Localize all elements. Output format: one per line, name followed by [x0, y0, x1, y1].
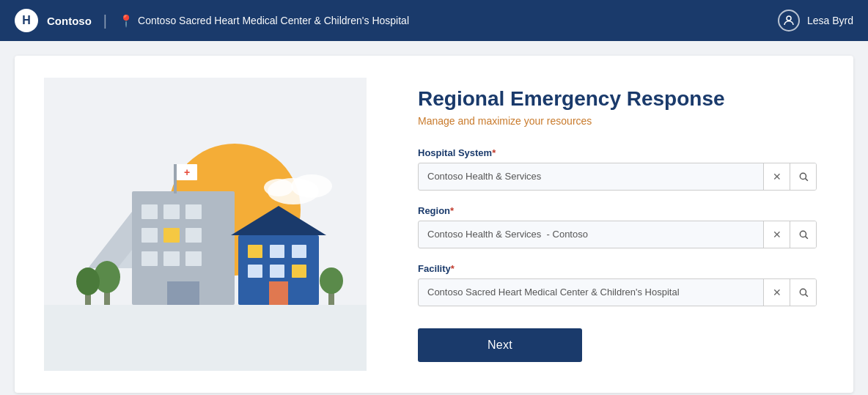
region-input-group: ✕ [418, 221, 817, 248]
facility-label: Facility* [418, 263, 817, 274]
svg-rect-17 [185, 228, 202, 243]
svg-rect-14 [185, 204, 202, 219]
hospital-system-clear-button[interactable]: ✕ [763, 163, 790, 190]
svg-point-44 [800, 289, 806, 295]
region-group: Region* ✕ [418, 205, 817, 248]
region-clear-button[interactable]: ✕ [763, 221, 790, 248]
hospital-system-input[interactable] [419, 164, 763, 188]
svg-rect-18 [141, 251, 158, 266]
svg-point-40 [800, 173, 806, 179]
facility-search-button[interactable] [790, 279, 816, 306]
svg-rect-33 [269, 281, 288, 305]
facility-group: Facility* ✕ [418, 263, 817, 306]
header-right: Lesa Byrd [778, 10, 853, 32]
svg-rect-10 [44, 305, 367, 371]
svg-point-7 [264, 179, 293, 196]
svg-line-43 [805, 236, 807, 238]
svg-rect-27 [248, 245, 262, 258]
location-icon: 📍 [119, 14, 133, 28]
content-card: + [15, 56, 853, 393]
illustration-section: + [15, 56, 396, 393]
svg-rect-12 [141, 204, 158, 219]
svg-point-0 [787, 16, 791, 21]
header-divider: | [103, 12, 107, 29]
header-username: Lesa Byrd [807, 15, 853, 26]
form-title: Regional Emergency Response [418, 87, 817, 111]
facility-input[interactable] [419, 280, 763, 304]
svg-line-41 [805, 178, 807, 180]
svg-point-39 [320, 267, 343, 294]
svg-point-42 [800, 231, 806, 237]
svg-rect-16 [163, 228, 180, 243]
svg-line-45 [805, 294, 807, 296]
facility-input-group: ✕ [418, 278, 817, 306]
main-wrapper: + [0, 41, 868, 395]
hospital-system-input-group: ✕ [418, 163, 817, 191]
svg-rect-22 [174, 164, 177, 193]
header-location-name: Contoso Sacred Heart Medical Center & Ch… [138, 15, 409, 26]
hospital-system-group: Hospital System* ✕ [418, 147, 817, 191]
region-label: Region* [418, 205, 817, 216]
form-section: Regional Emergency Response Manage and m… [396, 58, 853, 391]
svg-rect-31 [270, 265, 284, 278]
next-button[interactable]: Next [418, 328, 582, 362]
hospital-system-search-button[interactable] [790, 163, 816, 190]
svg-rect-30 [248, 265, 262, 278]
svg-rect-21 [167, 281, 199, 305]
facility-clear-button[interactable]: ✕ [763, 279, 790, 306]
svg-point-6 [291, 174, 332, 198]
user-avatar-icon [778, 10, 800, 32]
header: H Contoso | 📍 Contoso Sacred Heart Medic… [0, 0, 868, 41]
region-required: * [450, 205, 454, 216]
svg-rect-15 [141, 228, 158, 243]
svg-point-37 [76, 267, 100, 295]
region-input[interactable] [419, 222, 763, 246]
region-search-button[interactable] [790, 221, 816, 248]
svg-text:+: + [184, 166, 190, 178]
svg-rect-13 [163, 204, 180, 219]
header-location: 📍 Contoso Sacred Heart Medical Center & … [119, 14, 409, 28]
facility-required: * [451, 263, 455, 274]
svg-rect-29 [292, 245, 306, 258]
header-logo: H [15, 9, 38, 32]
form-subtitle: Manage and maximize your resources [418, 115, 817, 127]
svg-rect-20 [185, 251, 202, 266]
svg-rect-19 [163, 251, 180, 266]
svg-rect-28 [270, 245, 284, 258]
hospital-system-label: Hospital System* [418, 147, 817, 158]
hospital-system-required: * [492, 147, 496, 158]
header-org-name: Contoso [47, 15, 92, 27]
svg-rect-32 [292, 265, 306, 278]
